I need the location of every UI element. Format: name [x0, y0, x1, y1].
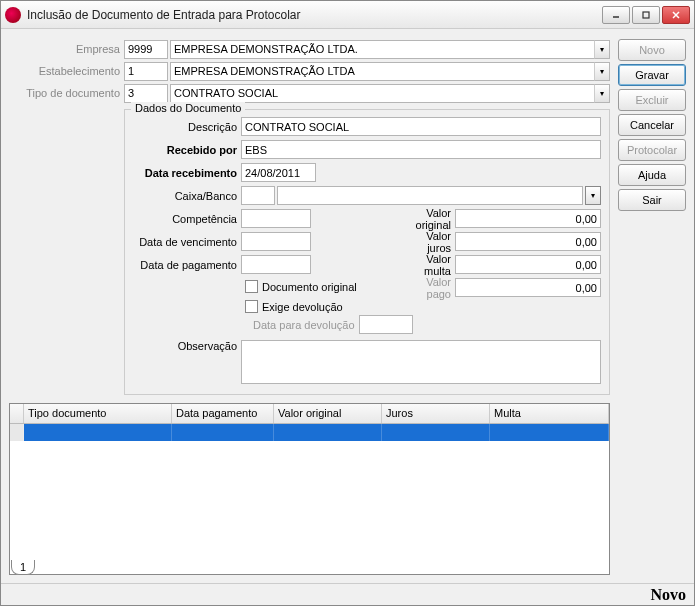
observacao-label: Observação: [133, 340, 241, 352]
window-controls: [602, 6, 690, 24]
protocolar-button[interactable]: Protocolar: [618, 139, 686, 161]
estab-dropdown-button[interactable]: ▾: [594, 62, 610, 81]
data-pag-input[interactable]: [241, 255, 311, 274]
close-icon: [671, 10, 681, 20]
table-row[interactable]: [10, 424, 609, 441]
tipodoc-label: Tipo de documento: [9, 87, 124, 99]
data-receb-label: Data recebimento: [133, 167, 241, 179]
estab-code-input[interactable]: [124, 62, 168, 81]
side-buttons: Novo Gravar Excluir Cancelar Protocolar …: [618, 35, 686, 583]
grid-header-rowmarker[interactable]: [10, 404, 24, 423]
valor-multa-label: Valor multa: [401, 253, 455, 277]
status-mode: Novo: [650, 586, 686, 604]
tipodoc-name-input[interactable]: [170, 84, 610, 103]
exige-devol-checkbox[interactable]: [245, 300, 258, 313]
close-button[interactable]: [662, 6, 690, 24]
data-receb-input[interactable]: [241, 163, 316, 182]
descricao-input[interactable]: [241, 117, 601, 136]
grid-header-juros[interactable]: Juros: [382, 404, 490, 423]
titlebar: Inclusão de Documento de Entrada para Pr…: [1, 1, 694, 29]
chevron-down-icon: ▾: [600, 67, 604, 76]
sheet-tabs: 1: [9, 557, 35, 575]
competencia-input[interactable]: [241, 209, 311, 228]
grid-header-data-pag[interactable]: Data pagamento: [172, 404, 274, 423]
cancelar-button[interactable]: Cancelar: [618, 114, 686, 136]
caixa-dropdown-button[interactable]: ▾: [585, 186, 601, 205]
grid-header-tipo[interactable]: Tipo documento: [24, 404, 172, 423]
data-venc-input[interactable]: [241, 232, 311, 251]
empresa-code-input[interactable]: [124, 40, 168, 59]
sair-button[interactable]: Sair: [618, 189, 686, 211]
novo-button[interactable]: Novo: [618, 39, 686, 61]
ajuda-button[interactable]: Ajuda: [618, 164, 686, 186]
exige-devol-label: Exige devolução: [262, 301, 343, 313]
maximize-icon: [641, 10, 651, 20]
tipodoc-code-input[interactable]: [124, 84, 168, 103]
caixa-label: Caixa/Banco: [133, 190, 241, 202]
valor-pago-label: Valor pago: [401, 276, 455, 300]
svg-rect-1: [643, 12, 649, 18]
maximize-button[interactable]: [632, 6, 660, 24]
tipodoc-dropdown-button[interactable]: ▾: [594, 84, 610, 103]
grid-header-multa[interactable]: Multa: [490, 404, 609, 423]
sheet-tab-1[interactable]: 1: [11, 560, 35, 575]
grid-header-valor[interactable]: Valor original: [274, 404, 382, 423]
empresa-label: Empresa: [9, 43, 124, 55]
data-devol-label: Data para devolução: [253, 319, 355, 331]
empresa-dropdown-button[interactable]: ▾: [594, 40, 610, 59]
content-area: Empresa ▾ Estabelecimento ▾: [1, 29, 694, 583]
valor-original-input[interactable]: [455, 209, 601, 228]
data-venc-label: Data de vencimento: [133, 236, 241, 248]
minimize-icon: [611, 10, 621, 20]
grid-header: Tipo documento Data pagamento Valor orig…: [10, 404, 609, 424]
caixa-name-input[interactable]: [277, 186, 583, 205]
doc-original-label: Documento original: [262, 281, 357, 293]
competencia-label: Competência: [133, 213, 241, 225]
minimize-button[interactable]: [602, 6, 630, 24]
grid-section: Tipo documento Data pagamento Valor orig…: [9, 401, 610, 575]
chevron-down-icon: ▾: [600, 89, 604, 98]
recebido-input[interactable]: [241, 140, 601, 159]
window-frame: Inclusão de Documento de Entrada para Pr…: [0, 0, 695, 606]
caixa-code-input[interactable]: [241, 186, 275, 205]
observacao-input[interactable]: [241, 340, 601, 384]
dados-documento-fieldset: Dados do Documento Descrição Recebido po…: [124, 109, 610, 395]
data-devol-input[interactable]: [359, 315, 413, 334]
valor-original-label: Valor original: [401, 207, 455, 231]
header-fields: Empresa ▾ Estabelecimento ▾: [9, 35, 610, 107]
valor-juros-label: Valor juros: [401, 230, 455, 254]
descricao-label: Descrição: [133, 121, 241, 133]
empresa-name-input[interactable]: [170, 40, 610, 59]
valor-juros-input[interactable]: [455, 232, 601, 251]
window-title: Inclusão de Documento de Entrada para Pr…: [27, 8, 602, 22]
documents-grid[interactable]: Tipo documento Data pagamento Valor orig…: [9, 403, 610, 575]
estab-name-input[interactable]: [170, 62, 610, 81]
valor-pago-input[interactable]: [455, 278, 601, 297]
estab-label: Estabelecimento: [9, 65, 124, 77]
doc-original-checkbox[interactable]: [245, 280, 258, 293]
data-pag-label: Data de pagamento: [133, 259, 241, 271]
chevron-down-icon: ▾: [591, 191, 595, 200]
excluir-button[interactable]: Excluir: [618, 89, 686, 111]
valor-multa-input[interactable]: [455, 255, 601, 274]
gravar-button[interactable]: Gravar: [618, 64, 686, 86]
recebido-label: Recebido por: [133, 144, 241, 156]
fieldset-legend: Dados do Documento: [131, 102, 245, 114]
chevron-down-icon: ▾: [600, 45, 604, 54]
main-panel: Empresa ▾ Estabelecimento ▾: [9, 35, 610, 583]
app-icon: [5, 7, 21, 23]
statusbar: Novo: [1, 583, 694, 605]
